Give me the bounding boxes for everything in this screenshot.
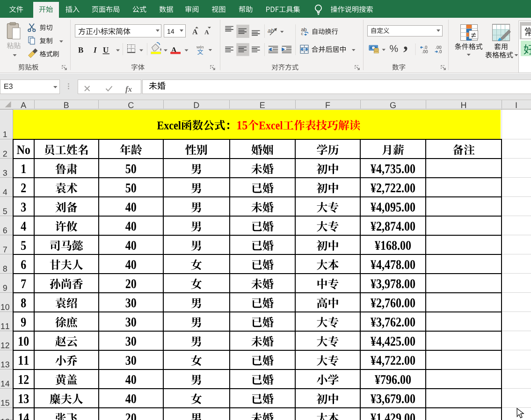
svg-text:ab: ab [268,28,274,34]
svg-text:c: c [301,31,304,36]
